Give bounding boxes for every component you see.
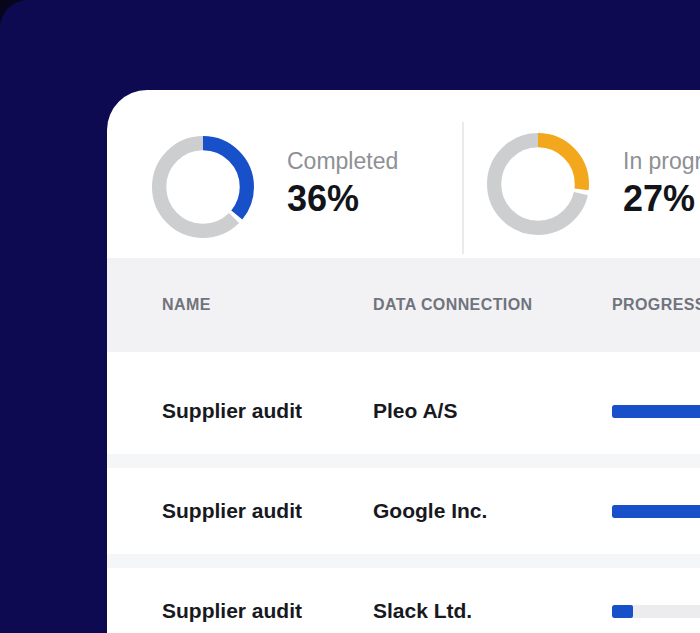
row-name: Supplier audit bbox=[162, 399, 302, 423]
table-header-spacer bbox=[107, 352, 700, 368]
row-name: Supplier audit bbox=[162, 499, 302, 523]
progress-bar-track bbox=[612, 505, 700, 518]
row-separator bbox=[107, 554, 700, 568]
dashboard-card: Completed 36% In progress 27% NAME DATA bbox=[107, 90, 700, 633]
row-separator bbox=[107, 454, 700, 468]
screenshot-viewport: Completed 36% In progress 27% NAME DATA bbox=[0, 0, 700, 633]
table-header-row: NAME DATA CONNECTION PROGRESS bbox=[107, 258, 700, 352]
column-header-data-connection: DATA CONNECTION bbox=[373, 296, 532, 314]
in-progress-stat-value: 27% bbox=[623, 180, 700, 218]
progress-bar-fill bbox=[612, 505, 700, 518]
progress-bar-track bbox=[612, 405, 700, 418]
table-row[interactable]: Supplier audit Google Inc. bbox=[107, 468, 700, 554]
progress-bar-fill bbox=[612, 405, 700, 418]
row-name: Supplier audit bbox=[162, 599, 302, 623]
row-data-connection: Slack Ltd. bbox=[373, 599, 472, 623]
progress-bar-fill bbox=[612, 605, 633, 618]
stats-section: Completed 36% In progress 27% bbox=[107, 90, 700, 258]
row-data-connection: Pleo A/S bbox=[373, 399, 457, 423]
row-data-connection: Google Inc. bbox=[373, 499, 487, 523]
table-row[interactable]: Supplier audit Pleo A/S bbox=[107, 368, 700, 454]
completed-stat-label: Completed bbox=[287, 147, 398, 175]
in-progress-donut-chart bbox=[487, 133, 589, 235]
completed-stat-value: 36% bbox=[287, 180, 398, 218]
column-header-name: NAME bbox=[162, 296, 211, 314]
audits-table: NAME DATA CONNECTION PROGRESS Supplier a… bbox=[107, 258, 700, 633]
in-progress-stat-label: In progress bbox=[623, 147, 700, 175]
progress-bar-track bbox=[612, 605, 700, 618]
stats-vertical-divider bbox=[462, 122, 464, 254]
in-progress-stat: In progress 27% bbox=[623, 147, 700, 218]
completed-donut-chart bbox=[152, 136, 254, 238]
table-row[interactable]: Supplier audit Slack Ltd. bbox=[107, 568, 700, 633]
completed-stat: Completed 36% bbox=[287, 147, 398, 218]
column-header-progress: PROGRESS bbox=[612, 296, 700, 314]
